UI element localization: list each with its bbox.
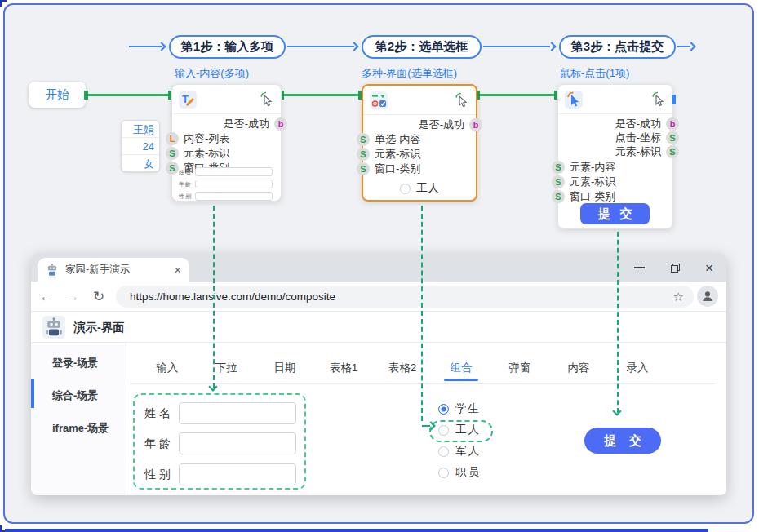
start-node[interactable]: 开始: [29, 82, 86, 108]
submit-preview-label: 提 交: [597, 206, 635, 222]
mouse-click-icon: [565, 91, 583, 109]
input-text-icon: T: [179, 91, 197, 109]
mini-label: 性别: [179, 193, 192, 201]
node3-input-row: S 窗口-类别: [558, 189, 672, 204]
string-badge[interactable]: S: [166, 147, 179, 160]
input-label: 单选-内容: [375, 133, 420, 145]
string-badge[interactable]: S: [666, 131, 679, 144]
input-label: 窗口-类别: [570, 190, 615, 202]
string-badge[interactable]: S: [552, 190, 565, 203]
mini-input: [195, 167, 273, 176]
output-label: 是否-成功: [419, 118, 464, 131]
workflow-canvas: 第1步：输入多项 第2步：选单选框 第3步：点击提交 开始 输入-内容(多项) …: [0, 0, 759, 532]
pick-cursor-icon[interactable]: [455, 92, 468, 107]
mini-label: 年龄: [179, 180, 192, 188]
bool-badge[interactable]: b: [666, 117, 679, 131]
step-pill-1[interactable]: 第1步：输入多项: [169, 35, 286, 59]
string-badge[interactable]: S: [357, 133, 370, 146]
multi-control-icon: [370, 91, 388, 109]
node1-card[interactable]: T 是否-成功 b L 内容-列表 S 元素-标识: [171, 84, 282, 202]
node2-output-row: 是否-成功 b: [363, 117, 476, 132]
node3-output-row: 元素-标识 S: [558, 144, 672, 159]
string-badge[interactable]: S: [666, 145, 679, 158]
pick-cursor-icon[interactable]: [651, 91, 665, 106]
arrowhead-right: [547, 42, 556, 51]
node2-input-row: S 窗口-类别: [363, 162, 476, 176]
connector-node1-node2: [283, 94, 362, 96]
radio-circle-icon: [400, 184, 411, 194]
node1-preview-form-row: 年龄: [179, 180, 274, 189]
node3-header: [558, 85, 672, 114]
node3-submit-preview-button: 提 交: [580, 203, 650, 224]
node1-data-list[interactable]: 王娟 24 女: [121, 120, 160, 172]
node3-title: 鼠标-点击(1项): [560, 66, 629, 81]
target-arrow-node1-form: [213, 206, 215, 388]
arrowhead-right: [686, 42, 695, 51]
list-value: 王娟: [122, 121, 159, 138]
arrowhead-right: [349, 42, 358, 51]
input-label: 元素-标识: [184, 147, 229, 159]
node2-input-row: S 单选-内容: [363, 132, 476, 147]
connector-node2-node3: [479, 94, 557, 96]
connector-start-node1: [87, 94, 171, 96]
output-label: 元素-标识: [615, 145, 661, 157]
start-label: 开始: [45, 87, 69, 103]
target-arrow-node3-submit: [617, 232, 619, 413]
node1-title: 输入-内容(多项): [175, 66, 249, 81]
input-label: 元素-内容: [570, 161, 615, 173]
output-label: 点击-坐标: [615, 131, 661, 144]
node3-out-connector-stub: [672, 95, 676, 104]
mini-input: [195, 180, 273, 188]
input-label: 窗口-类别: [375, 162, 420, 175]
list-value: 24: [122, 138, 159, 155]
input-label: 内容-列表: [184, 132, 229, 144]
string-badge[interactable]: S: [552, 161, 565, 174]
node1-preview-form-row: 姓名: [179, 167, 274, 177]
node1-output-row: 是否-成功 b: [172, 117, 281, 131]
node3-card[interactable]: 是否-成功 b 点击-坐标 S 元素-标识 S S 元素-内容 S 元素-标识 …: [557, 84, 673, 229]
bool-badge[interactable]: b: [469, 118, 482, 131]
list-badge[interactable]: L: [166, 132, 179, 145]
string-badge[interactable]: S: [357, 148, 370, 161]
node2-title: 多种-界面(选单选框): [362, 66, 457, 81]
string-badge[interactable]: S: [166, 162, 179, 175]
pick-cursor-icon[interactable]: [260, 91, 273, 106]
node3-output-row: 点击-坐标 S: [558, 131, 672, 145]
step-1-label: 第1步：输入多项: [181, 39, 273, 55]
connector-cap: [84, 91, 88, 100]
node2-input-row: S 元素-标识: [363, 147, 476, 162]
node3-input-row: S 元素-内容: [558, 160, 672, 175]
input-label: 元素-标识: [375, 148, 420, 160]
step-pill-2[interactable]: 第2步：选单选框: [362, 35, 482, 59]
app-screenshot: 第1步：输入多项 第2步：选单选框 第3步：点击提交 开始 输入-内容(多项) …: [0, 0, 759, 532]
flow-line: [287, 46, 354, 47]
node1-header: T: [172, 85, 281, 114]
target-arrow-node2-radio: [421, 206, 423, 421]
node1-input-row: L 内容-列表: [172, 131, 281, 146]
node2-card[interactable]: 是否-成功 b S 单选-内容 S 元素-标识 S 窗口-类别 工人: [362, 84, 477, 202]
radio-preview-label: 工人: [416, 181, 439, 196]
bool-badge[interactable]: b: [274, 117, 287, 131]
arrowhead-right: [157, 42, 166, 51]
step-2-label: 第2步：选单选框: [375, 39, 468, 55]
node3-input-row: S 元素-标识: [558, 175, 672, 189]
node1-preview-form-row: 性别: [179, 192, 274, 202]
node2-header: [363, 86, 476, 115]
list-value: 女: [122, 155, 159, 172]
node1-input-row: S 元素-标识: [172, 146, 281, 161]
string-badge[interactable]: S: [357, 162, 370, 175]
node2-radio-preview: 工人: [363, 181, 476, 196]
output-label: 是否-成功: [224, 117, 269, 130]
step-pill-3[interactable]: 第3步：点击提交: [559, 35, 676, 59]
mini-input: [195, 192, 273, 201]
output-label: 是否-成功: [615, 117, 661, 130]
input-label: 元素-标识: [570, 175, 615, 188]
node3-output-row: 是否-成功 b: [558, 117, 672, 131]
step-3-label: 第3步：点击提交: [571, 39, 664, 55]
flow-line: [483, 46, 550, 47]
string-badge[interactable]: S: [552, 175, 565, 188]
mini-label: 姓名: [179, 168, 192, 176]
